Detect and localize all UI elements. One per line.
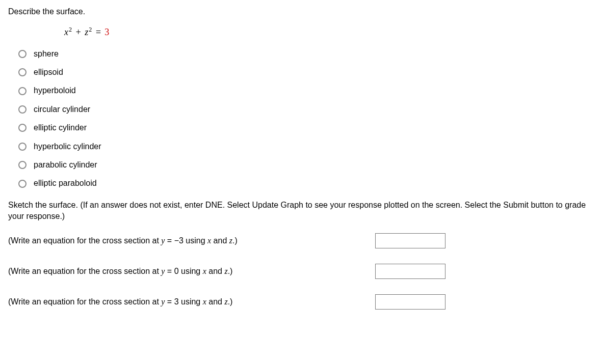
cross-section-row: (Write an equation for the cross section… (8, 233, 595, 248)
radio-icon[interactable] (18, 50, 27, 58)
radio-icon[interactable] (18, 143, 27, 151)
cs-text: and (206, 297, 225, 306)
option-row[interactable]: elliptic paraboloid (18, 178, 595, 189)
option-row[interactable]: elliptic cylinder (18, 122, 595, 133)
cross-section-label: (Write an equation for the cross section… (8, 266, 375, 277)
cross-section-label: (Write an equation for the cross section… (8, 235, 375, 246)
cs-text: .) (232, 236, 238, 245)
radio-icon[interactable] (18, 124, 27, 132)
cross-section-input-2[interactable] (375, 264, 445, 279)
radio-icon[interactable] (18, 105, 27, 114)
option-label[interactable]: parabolic cylinder (34, 159, 97, 171)
option-label[interactable]: sphere (34, 48, 59, 60)
cross-section-label: (Write an equation for the cross section… (8, 296, 375, 307)
cs-var: x (203, 297, 206, 306)
radio-icon[interactable] (18, 161, 27, 169)
radio-icon[interactable] (18, 180, 27, 188)
radio-icon[interactable] (18, 68, 27, 76)
cs-var: x (203, 267, 206, 275)
option-label[interactable]: hyperbolic cylinder (34, 141, 101, 152)
option-label[interactable]: elliptic cylinder (34, 122, 87, 133)
option-row[interactable]: parabolic cylinder (18, 159, 595, 171)
cs-text: (Write an equation for the cross section… (8, 236, 161, 245)
question-prompt: Describe the surface. (8, 6, 595, 17)
equation-lhs: x2 + z2 = (64, 27, 104, 37)
option-row[interactable]: ellipsoid (18, 67, 595, 78)
cs-text: (Write an equation for the cross section… (8, 297, 161, 306)
cs-text: .) (228, 297, 233, 306)
option-label[interactable]: ellipsoid (34, 67, 63, 78)
cross-section-input-3[interactable] (375, 294, 445, 310)
option-label[interactable]: circular cylinder (34, 104, 90, 115)
cross-section-input-1[interactable] (375, 233, 445, 248)
equation-rhs: 3 (104, 27, 110, 37)
cross-section-row: (Write an equation for the cross section… (8, 264, 595, 279)
cs-text: .) (228, 267, 233, 275)
option-label[interactable]: elliptic paraboloid (34, 178, 97, 189)
option-row[interactable]: circular cylinder (18, 104, 595, 115)
option-row[interactable]: hyperbolic cylinder (18, 141, 595, 152)
radio-icon[interactable] (18, 87, 27, 95)
equation-display: x2 + z2 = 3 (64, 25, 595, 39)
cs-text: and (206, 267, 225, 275)
cs-text: and (211, 236, 229, 245)
option-label[interactable]: hyperboloid (34, 85, 76, 96)
cs-text: (Write an equation for the cross section… (8, 267, 161, 275)
option-row[interactable]: sphere (18, 48, 595, 60)
cross-section-row: (Write an equation for the cross section… (8, 294, 595, 310)
cs-text: = −3 using (165, 236, 207, 245)
cs-text: = 3 using (165, 297, 202, 306)
sketch-instruction: Sketch the surface. (If an answer does n… (8, 200, 589, 222)
option-row[interactable]: hyperboloid (18, 85, 595, 96)
options-group: sphere ellipsoid hyperboloid circular cy… (18, 48, 595, 189)
cs-text: = 0 using (165, 267, 202, 275)
